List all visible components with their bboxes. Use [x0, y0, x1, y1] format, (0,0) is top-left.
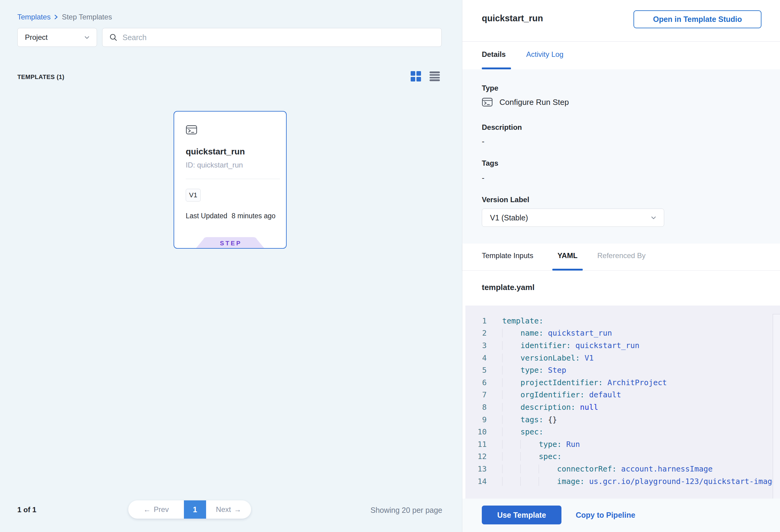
card-last-updated: Last Updated 8 minutes ago: [186, 212, 276, 220]
search-icon: [109, 33, 118, 42]
prev-label: Prev: [154, 505, 169, 514]
terminal-icon: [482, 97, 493, 108]
scope-dropdown[interactable]: Project: [17, 28, 97, 47]
card-title: quickstart_run: [186, 147, 245, 156]
description-value: -: [482, 137, 485, 146]
step-ribbon-label: STEP: [196, 240, 264, 247]
breadcrumb-current: Step Templates: [62, 13, 112, 21]
yaml-editor[interactable]: 1template:2name: quickstart_run3identifi…: [462, 305, 780, 498]
per-page-label: Showing 20 per page: [356, 506, 442, 515]
version-select[interactable]: V1 (Stable): [482, 208, 664, 227]
breadcrumb-chevron-icon: [54, 14, 58, 20]
drawer-title: quickstart_run: [482, 13, 543, 23]
yaml-file-name: template.yaml: [482, 283, 534, 292]
editor-scrollbar[interactable]: [773, 314, 780, 498]
tab-yaml[interactable]: YAML: [557, 251, 578, 260]
code-line: 10spec:: [466, 426, 780, 438]
list-view-icon[interactable]: [430, 71, 440, 81]
tab-template-inputs[interactable]: Template Inputs: [482, 251, 533, 260]
type-label: Type: [482, 84, 498, 92]
code-line: 8description: null: [466, 401, 780, 414]
code-line: 14image: us.gcr.io/playground-123/quicks…: [466, 475, 780, 488]
code-line: 3identifier: quickstart_run: [466, 339, 780, 352]
templates-count-label: TEMPLATES (1): [17, 74, 64, 81]
grid-view-icon[interactable]: [411, 71, 421, 82]
terminal-icon: [186, 124, 197, 136]
template-card[interactable]: quickstart_run ID: quickstart_run V1 Las…: [174, 111, 287, 249]
next-label: Next: [216, 505, 231, 514]
search-input[interactable]: [123, 33, 435, 42]
type-value-row: Configure Run Step: [482, 97, 569, 108]
templates-page: Templates Step Templates Project TEMPLAT…: [0, 0, 780, 532]
next-page-button[interactable]: Next →: [206, 500, 251, 519]
drawer-header: quickstart_run Open in Template Studio: [462, 0, 780, 42]
breadcrumb: Templates Step Templates: [17, 13, 112, 21]
chevron-down-icon: [651, 216, 656, 220]
tab-activity-log[interactable]: Activity Log: [526, 50, 564, 59]
last-updated-label: Last Updated: [186, 212, 227, 220]
last-updated-value: 8 minutes ago: [232, 212, 276, 220]
step-ribbon: STEP: [196, 237, 264, 248]
type-value: Configure Run Step: [499, 98, 569, 107]
code-line: 4versionLabel: V1: [466, 352, 780, 364]
version-select-value: V1 (Stable): [490, 213, 528, 222]
version-badge: V1: [186, 189, 201, 201]
tags-value: -: [482, 173, 485, 183]
description-label: Description: [482, 123, 522, 132]
prev-arrow-icon: ←: [143, 505, 151, 514]
tab-details[interactable]: Details: [482, 50, 506, 59]
page-1-button[interactable]: 1: [184, 500, 206, 519]
template-list-panel: Templates Step Templates Project TEMPLAT…: [0, 0, 462, 532]
code-line: 6projectIdentifier: ArchitProject: [466, 376, 780, 389]
version-label: Version Label: [482, 195, 529, 204]
code-lines: 1template:2name: quickstart_run3identifi…: [466, 305, 780, 498]
code-line: 2name: quickstart_run: [466, 327, 780, 340]
copy-to-pipeline-link[interactable]: Copy to Pipeline: [576, 505, 635, 524]
code-line: 7orgIdentifier: default: [466, 389, 780, 401]
drawer-tabs: Details Activity Log: [462, 42, 780, 69]
use-template-button[interactable]: Use Template: [482, 505, 562, 524]
next-arrow-icon: →: [234, 505, 241, 514]
template-details-drawer: quickstart_run Open in Template Studio D…: [462, 0, 780, 532]
chevron-down-icon: [85, 36, 89, 39]
tags-label: Tags: [482, 159, 498, 167]
code-line: 5type: Step: [466, 364, 780, 376]
search-box: [102, 28, 442, 47]
scope-dropdown-value: Project: [25, 33, 48, 42]
breadcrumb-templates-link[interactable]: Templates: [17, 13, 50, 21]
code-line: 9tags: {}: [466, 414, 780, 426]
yaml-file-header: template.yaml: [462, 271, 780, 305]
code-line: 13connectorRef: account.harnessImage: [466, 463, 780, 475]
prev-page-button[interactable]: ← Prev: [128, 500, 184, 519]
drawer-footer: Use Template Copy to Pipeline: [462, 498, 780, 532]
tab-referenced-by[interactable]: Referenced By: [597, 251, 646, 260]
view-toggles: [411, 71, 440, 82]
code-line: 11type: Run: [466, 438, 780, 450]
code-line: 12spec:: [466, 450, 780, 463]
content-tabs: Template Inputs YAML Referenced By: [462, 243, 780, 271]
details-section: Type Configure Run Step Description - Ta…: [462, 69, 780, 243]
code-line: 1template:: [466, 315, 780, 327]
card-id: ID: quickstart_run: [186, 161, 243, 169]
page-count: 1 of 1: [17, 505, 37, 514]
pagination: ← Prev 1 Next →: [128, 500, 251, 519]
open-template-studio-button[interactable]: Open in Template Studio: [633, 10, 762, 28]
